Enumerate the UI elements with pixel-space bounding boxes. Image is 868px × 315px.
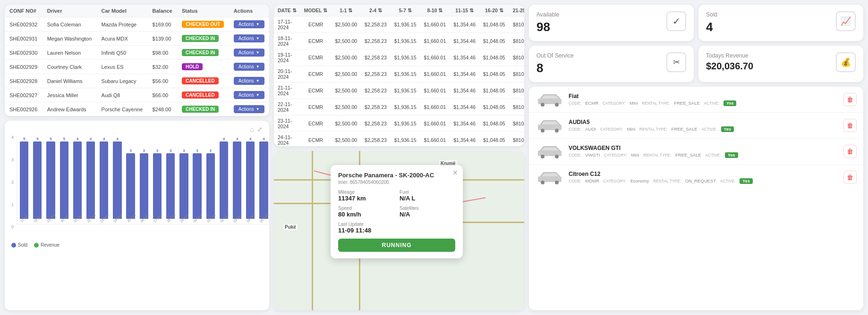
- bar-group: 4 03 Dec: [231, 137, 243, 224]
- action-button[interactable]: Actions: [234, 91, 264, 99]
- sold-value: 4: [706, 20, 717, 34]
- col-status: Status: [177, 5, 229, 17]
- status-badge: HOLD: [182, 63, 203, 70]
- cell-action[interactable]: Actions: [229, 32, 269, 46]
- action-button[interactable]: Actions: [234, 105, 264, 113]
- oos-icon-box: ✂: [666, 52, 686, 72]
- status-badge: CHECKED IN: [182, 106, 219, 113]
- table-row: 22-11-2024 ECMR $2,500.00 $2,258.23 $1,9…: [274, 99, 524, 116]
- ph-24: 2-4 ⇅: [361, 5, 391, 17]
- action-button[interactable]: Actions: [234, 49, 264, 57]
- bar-group: 5 20 Nov: [58, 137, 70, 224]
- cell-balance: $248.00: [148, 102, 177, 116]
- cell-action[interactable]: Actions: [229, 88, 269, 102]
- revenue-value: $20,036.70: [706, 61, 753, 72]
- cell-action[interactable]: Actions: [229, 46, 269, 60]
- ph-model: MODEL ⇅: [300, 5, 332, 17]
- action-button[interactable]: Actions: [234, 77, 264, 85]
- car-name: Fiat: [569, 93, 839, 99]
- cell-car: Porsche Cayenne: [97, 102, 148, 116]
- popup-last-update: Last Update 11-09 11:48: [338, 222, 394, 234]
- cell-driver: Andrew Edwards: [43, 102, 97, 116]
- popup-satellites: Satellites N/A: [400, 206, 455, 218]
- svg-point-11: [555, 181, 559, 184]
- table-row: 19-11-2024 ECMR $2,500.00 $2,258.23 $1,9…: [274, 50, 524, 66]
- expand-icon[interactable]: ⤢: [257, 125, 263, 133]
- bar-group: 3 01 Dec: [204, 137, 217, 224]
- table-row: 23-11-2024 ECMR $2,500.00 $2,258.23 $1,9…: [274, 116, 524, 132]
- bar: [60, 141, 68, 219]
- car-thumbnail: [536, 143, 564, 159]
- table-row: 21-11-2024 ECMR $2,500.00 $2,258.23 $1,9…: [274, 83, 524, 99]
- bar-group: 5 18 Nov: [31, 137, 43, 224]
- list-item: VOLKSWAGEN GTI CODE: VWGTI CATEGORY: Min…: [529, 139, 863, 165]
- col-actions: Actions: [229, 5, 269, 17]
- status-badge: CHECKED IN: [182, 49, 219, 56]
- bar-group: 4 21 Nov: [71, 137, 84, 224]
- status-badge: CHECKED IN: [182, 35, 219, 42]
- column-1: CONF NO# Driver Car Model Balance Status…: [5, 5, 269, 310]
- popup-close-button[interactable]: ✕: [452, 169, 458, 176]
- bar-group: 3 30 Nov: [191, 137, 203, 224]
- cell-action[interactable]: Actions: [229, 17, 269, 32]
- car-name: VOLKSWAGEN GTI: [569, 145, 839, 151]
- cell-status: CHECKED OUT: [177, 17, 229, 32]
- bar-group: 3 26 Nov: [138, 137, 150, 224]
- svg-point-10: [541, 181, 545, 184]
- stats-row-2: Out Of Service 8 ✂ Todays Revenue $20,03…: [529, 46, 863, 82]
- cell-action[interactable]: Actions: [229, 60, 269, 74]
- active-badge: Yes: [740, 178, 753, 184]
- delete-button[interactable]: 🗑: [843, 171, 857, 184]
- cell-conf: SHE002932: [5, 17, 43, 32]
- cell-conf: SHE002930: [5, 46, 43, 60]
- popup-status-button[interactable]: RUNNING: [338, 239, 455, 252]
- col-driver: Driver: [43, 5, 97, 17]
- col-conf: CONF NO#: [5, 5, 43, 17]
- car-name: Citroen C12: [569, 171, 839, 177]
- bar: [166, 153, 175, 219]
- cell-action[interactable]: Actions: [229, 74, 269, 88]
- delete-button[interactable]: 🗑: [843, 145, 857, 158]
- ph-1115: 11-15 ⇅: [450, 5, 479, 17]
- cell-car: Infiniti Q50: [97, 46, 148, 60]
- car-info: Citroen C12 CODE: MDMR CATEGORY: Economy…: [569, 171, 839, 184]
- popup-mileage: Mileage 11347 km: [338, 190, 394, 202]
- bar-group: 3 29 Nov: [178, 137, 190, 224]
- action-button[interactable]: Actions: [234, 63, 264, 71]
- available-label: Available: [536, 11, 559, 18]
- map-popup: ✕ Porsche Panamera - SK-2000-AC Imei: 86…: [331, 165, 463, 258]
- col-car: Car Model: [97, 5, 148, 17]
- cell-driver: Courtney Clark: [43, 60, 97, 74]
- bar: [193, 153, 201, 219]
- cell-balance: $56.00: [148, 74, 177, 88]
- svg-point-2: [555, 103, 559, 107]
- svg-point-7: [541, 155, 545, 158]
- cell-driver: Sofia Coleman: [43, 17, 97, 32]
- delete-button[interactable]: 🗑: [843, 119, 857, 132]
- list-item: AUDIA5 CODE: AUDI CATEGORY: Mini RENTAL …: [529, 113, 863, 139]
- sold-icon-box: 📈: [836, 11, 856, 31]
- revenue-label: Todays Revenue: [706, 52, 753, 59]
- ph-2125: 21-25 ⇅: [509, 5, 524, 17]
- pricing-table: DATE ⇅ MODEL ⇅ 1-1 ⇅ 2-4 ⇅ 5-7 ⇅ 8-10 ⇅ …: [274, 5, 524, 146]
- tools-icon: ✂: [673, 57, 680, 67]
- svg-point-5: [555, 129, 559, 133]
- bar: [153, 153, 162, 219]
- bar: [113, 141, 121, 219]
- car-meta: CODE: AUDI CATEGORY: Mini RENTAL TYPE: F…: [569, 126, 839, 132]
- table-row: 17-11-2024 ECMR $2,500.00 $2,258.23 $1,9…: [274, 17, 524, 33]
- car-meta: CODE: VWGTI CATEGORY: Mini RENTAL TYPE: …: [569, 152, 839, 158]
- cell-status: CHECKED IN: [177, 102, 229, 116]
- cell-driver: Megan Washington: [43, 32, 97, 46]
- action-button[interactable]: Actions: [234, 34, 264, 42]
- delete-button[interactable]: 🗑: [843, 93, 857, 106]
- action-button[interactable]: Actions: [234, 20, 264, 28]
- cell-balance: $169.00: [148, 17, 177, 32]
- bar-group: 4 23 Nov: [98, 137, 110, 224]
- home-icon[interactable]: ⌂: [250, 125, 254, 133]
- popup-speed: Speed 80 km/h: [338, 206, 394, 218]
- revenue-icon-box: 💰: [836, 52, 856, 72]
- map-panel: Krumë Pukë ✕ Porsche Panamera - SK-2000-…: [274, 151, 524, 310]
- map-background: Krumë Pukë ✕ Porsche Panamera - SK-2000-…: [274, 151, 524, 310]
- cell-action[interactable]: Actions: [229, 102, 269, 116]
